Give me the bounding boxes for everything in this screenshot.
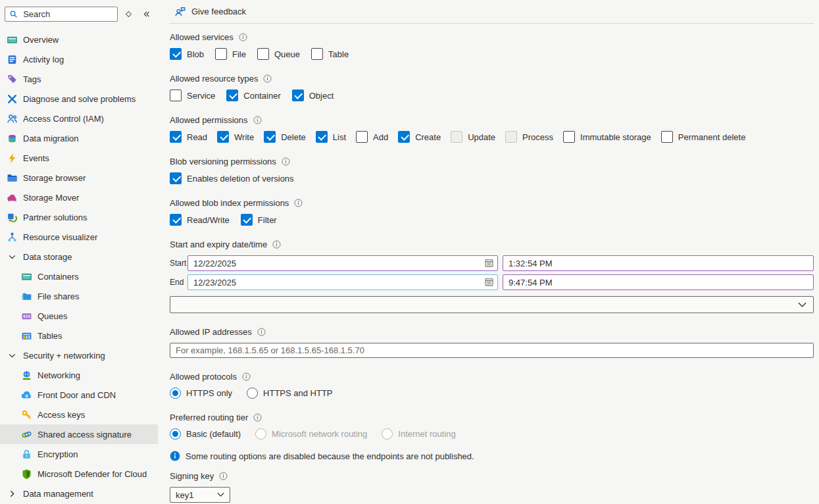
- routing-note-text: Some routing options are disabled becaus…: [186, 451, 474, 461]
- calendar-icon[interactable]: [484, 277, 494, 289]
- checkbox-box: [264, 131, 276, 143]
- sidebar-item-label: Encryption: [37, 449, 153, 459]
- sidebar-group-security-networking[interactable]: Security + networking: [0, 345, 158, 365]
- checkbox-permanent-delete[interactable]: Permanent delete: [661, 131, 746, 143]
- info-icon[interactable]: [219, 472, 228, 480]
- checkbox-blob[interactable]: Blob: [170, 48, 204, 60]
- checkbox-read[interactable]: Read: [170, 131, 207, 143]
- timezone-select[interactable]: [170, 296, 814, 313]
- checkbox-service[interactable]: Service: [170, 89, 215, 101]
- checkbox-write[interactable]: Write: [217, 131, 254, 143]
- checkbox-label: Service: [187, 91, 215, 101]
- feedback-icon: [174, 6, 186, 18]
- sidebar-item-diagnose[interactable]: Diagnose and solve problems: [0, 89, 158, 109]
- checkbox-create[interactable]: Create: [398, 131, 441, 143]
- ip-address-input[interactable]: [170, 343, 814, 358]
- info-icon[interactable]: [253, 116, 262, 124]
- checkbox-label: Update: [468, 132, 495, 142]
- sidebar-group-data-storage[interactable]: Data storage: [0, 247, 158, 266]
- storage-browser-icon: [7, 172, 18, 184]
- calendar-icon[interactable]: [484, 258, 494, 270]
- checkbox-filter[interactable]: Filter: [241, 214, 277, 226]
- sidebar-item-containers[interactable]: Containers: [0, 266, 158, 286]
- checkbox-box: [241, 214, 253, 226]
- radio-label: Internet routing: [398, 429, 455, 439]
- end-date-input[interactable]: [187, 274, 498, 290]
- allowed-services-section: Allowed services Blob File Queue Table: [170, 32, 814, 60]
- sidebar-item-label: Diagnose and solve problems: [23, 94, 153, 104]
- checkbox-box: [257, 48, 269, 60]
- radio-circle: [247, 388, 258, 399]
- radio-circle: [170, 388, 181, 399]
- sidebar-item-access-keys[interactable]: Access keys: [0, 405, 158, 424]
- checkbox-read-write[interactable]: Read/Write: [170, 214, 230, 226]
- sidebar-item-events[interactable]: Events: [0, 148, 158, 168]
- checkbox-queue[interactable]: Queue: [257, 48, 300, 60]
- checkbox-immutable-storage[interactable]: Immutable storage: [563, 131, 651, 143]
- sidebar-item-activity-log[interactable]: Activity log: [0, 49, 158, 69]
- checkbox-label: Table: [328, 49, 349, 59]
- checkbox-label: Process: [522, 132, 553, 142]
- sidebar-item-tables[interactable]: Tables: [0, 326, 158, 345]
- info-icon[interactable]: [263, 74, 272, 83]
- sidebar-item-storage-mover[interactable]: Storage Mover: [0, 188, 158, 207]
- sidebar-item-encryption[interactable]: Encryption: [0, 444, 158, 464]
- signing-key-value: key1: [176, 490, 193, 500]
- sidebar-item-shared-access-signature[interactable]: Shared access signature: [0, 424, 158, 444]
- tags-icon: [7, 74, 18, 85]
- checkbox-box: [316, 131, 328, 143]
- checkbox-file[interactable]: File: [215, 48, 246, 60]
- sidebar-item-queues[interactable]: Queues: [0, 306, 158, 326]
- info-icon[interactable]: [242, 372, 251, 381]
- sidebar-item-label: Tables: [37, 331, 153, 341]
- shared-access-signature-icon: [21, 429, 32, 440]
- sidebar-item-storage-browser[interactable]: Storage browser: [0, 168, 158, 188]
- pin-icon[interactable]: [121, 6, 136, 22]
- access-control-icon: [7, 113, 18, 124]
- sidebar-item-resource-visualizer[interactable]: Resource visualizer: [0, 227, 158, 247]
- sidebar-item-access-control[interactable]: Access Control (IAM): [0, 109, 158, 128]
- start-date-input[interactable]: [187, 255, 498, 271]
- sidebar-item-data-migration[interactable]: Data migration: [0, 128, 158, 148]
- info-icon[interactable]: [294, 199, 303, 207]
- info-icon[interactable]: [253, 413, 262, 422]
- checkbox-box: [170, 172, 182, 184]
- sidebar-item-front-door[interactable]: Front Door and CDN: [0, 385, 158, 405]
- sidebar-item-defender[interactable]: Microsoft Defender for Cloud: [0, 464, 158, 484]
- section-label: Signing key: [170, 471, 214, 481]
- section-label: Allowed resource types: [170, 74, 258, 84]
- checkbox-list[interactable]: List: [316, 131, 346, 143]
- give-feedback-label: Give feedback: [191, 7, 246, 16]
- queues-icon: [21, 311, 32, 322]
- checkbox-object[interactable]: Object: [292, 89, 334, 101]
- chevron-down-icon: [798, 302, 807, 308]
- sidebar-item-networking[interactable]: Networking: [0, 365, 158, 385]
- sidebar-item-partner-solutions[interactable]: Partner solutions: [0, 207, 158, 227]
- info-icon[interactable]: [272, 240, 281, 249]
- info-icon[interactable]: [257, 328, 266, 336]
- radio-https-only[interactable]: HTTPS only: [170, 388, 232, 399]
- radio-https-and-http[interactable]: HTTPS and HTTP: [247, 388, 332, 399]
- sidebar-item-overview[interactable]: Overview: [0, 30, 158, 49]
- sidebar-item-tags[interactable]: Tags: [0, 69, 158, 89]
- start-time-input[interactable]: [503, 255, 814, 271]
- sidebar-group-data-management[interactable]: Data management: [0, 484, 158, 503]
- info-icon[interactable]: [239, 33, 247, 41]
- search-input[interactable]: [22, 9, 113, 20]
- allowed-ip-section: Allowed IP addresses: [170, 327, 814, 358]
- allowed-protocols-section: Allowed protocols HTTPS only HTTPS and H…: [170, 372, 814, 399]
- signing-key-select[interactable]: key1: [170, 487, 230, 503]
- give-feedback-button[interactable]: Give feedback: [174, 6, 246, 18]
- checkbox-container[interactable]: Container: [226, 89, 280, 101]
- end-time-input[interactable]: [503, 274, 814, 290]
- checkbox-enables-deletion-of-versions[interactable]: Enables deletion of versions: [170, 172, 294, 184]
- sidebar-item-file-shares[interactable]: File shares: [0, 286, 158, 306]
- sidebar-search-row: [0, 0, 158, 27]
- sidebar-item-label: Access Control (IAM): [23, 114, 153, 124]
- checkbox-add[interactable]: Add: [356, 131, 388, 143]
- checkbox-table[interactable]: Table: [311, 48, 349, 60]
- info-icon[interactable]: [282, 157, 290, 166]
- collapse-menu-icon[interactable]: [139, 6, 155, 22]
- checkbox-delete[interactable]: Delete: [264, 131, 306, 143]
- radio-basic-default[interactable]: Basic (default): [170, 428, 241, 440]
